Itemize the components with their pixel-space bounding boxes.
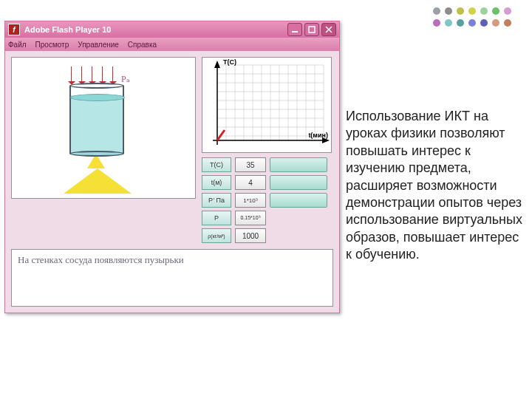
window-title: Adobe Flash Player 10 <box>24 25 111 34</box>
menu-control[interactable]: Управление <box>78 41 119 49</box>
param-value-p[interactable]: 0.15*10⁵ <box>235 211 266 225</box>
minimize-icon <box>291 26 299 33</box>
menu-help[interactable]: Справка <box>128 41 157 49</box>
param-value-pprime[interactable]: 1*10⁵ <box>235 193 266 208</box>
param-label-p[interactable]: P <box>202 211 231 225</box>
close-button[interactable] <box>321 23 336 36</box>
chart-x-label: t(мин) <box>308 132 328 139</box>
action-button-2[interactable] <box>270 175 327 190</box>
menubar: Файл Просмотр Управление Справка <box>5 38 339 51</box>
svg-rect-0 <box>292 31 298 33</box>
param-value-temp[interactable]: 35 <box>235 157 266 172</box>
maximize-icon <box>308 26 316 33</box>
client-area: Pₐ <box>5 51 339 313</box>
param-label-density[interactable]: ρ(кг/м³) <box>202 228 231 243</box>
menu-view[interactable]: Просмотр <box>35 41 69 49</box>
side-paragraph: Использование ИКТ на уроках физики позво… <box>346 108 523 264</box>
titlebar[interactable]: f Adobe Flash Player 10 <box>5 21 339 38</box>
minimize-button[interactable] <box>287 23 302 36</box>
maximize-button[interactable] <box>304 23 319 36</box>
svg-line-31 <box>217 130 225 140</box>
svg-rect-1 <box>309 27 315 33</box>
status-text: На стенках сосуда появляются пузырьки <box>11 249 333 307</box>
param-value-density[interactable]: 1000 <box>235 228 266 243</box>
flash-icon: f <box>8 24 20 35</box>
param-label-pprime[interactable]: Pˈ Па <box>202 193 231 208</box>
action-button-1[interactable] <box>270 157 327 172</box>
close-icon <box>325 26 332 33</box>
vessel-icon <box>69 86 124 154</box>
action-button-3[interactable] <box>270 193 327 208</box>
param-label-temp[interactable]: T(C) <box>202 157 231 172</box>
chart-y-label: T(C) <box>223 58 236 66</box>
param-value-time[interactable]: 4 <box>235 175 266 190</box>
chart-panel: T(C) t(мин) <box>202 57 332 153</box>
flash-player-window: f Adobe Flash Player 10 Файл Просмотр Уп… <box>4 21 340 313</box>
menu-file[interactable]: Файл <box>8 41 27 49</box>
param-label-time[interactable]: t(м) <box>202 175 231 190</box>
flame-icon <box>64 168 132 194</box>
simulation-viz: Pₐ <box>11 57 196 199</box>
pressure-label: Pₐ <box>121 74 130 85</box>
svg-marker-28 <box>214 61 220 68</box>
decorative-dots <box>433 7 511 27</box>
param-rows: T(C) 35 t(м) 4 Pˈ Па 1*10⁵ <box>202 157 333 243</box>
